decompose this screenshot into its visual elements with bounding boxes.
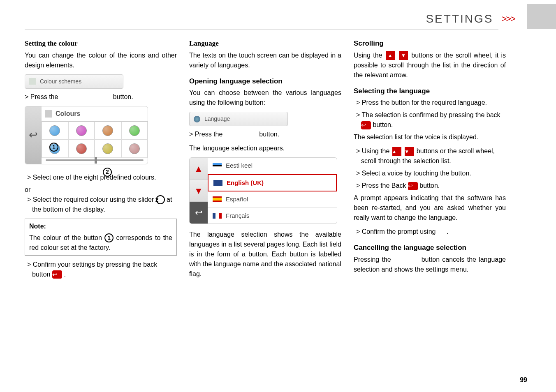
press-colour-schemes: > Press the button. <box>25 92 177 102</box>
text-scroll-intro: Using the ▲ ▼ buttons or the scroll whee… <box>354 51 506 80</box>
side-tab <box>527 4 556 29</box>
language-item-espanol[interactable]: Español <box>208 191 337 208</box>
note-label: Note: <box>29 221 172 231</box>
page-number: 99 <box>520 376 527 384</box>
language-item-eesti[interactable]: Eesti keel <box>208 158 337 174</box>
text-lang-appears: The language selection appears. <box>189 143 341 153</box>
flag-fr-icon <box>213 213 222 219</box>
flag-uk-icon <box>213 180 222 186</box>
colours-panel-title: Colours <box>42 106 148 122</box>
back-button[interactable]: ↩ <box>190 202 208 224</box>
flag-es-icon <box>213 196 222 202</box>
step-press-back: > Press the Back ↩ button. <box>354 181 506 191</box>
colour-swatch[interactable] <box>95 140 121 158</box>
up-arrow-icon: ▲ <box>392 147 401 156</box>
text-lang-list-desc: The language selection shows the availab… <box>189 230 341 279</box>
colours-panel: ↩ Colours <box>25 106 148 164</box>
press-language: > Press the button. <box>189 129 341 139</box>
down-arrow-icon: ▼ <box>405 147 414 156</box>
up-arrow-icon: ▲ <box>386 51 395 60</box>
text-cancel-desc: Pressing the button cancels the language… <box>354 255 506 274</box>
colour-swatch[interactable] <box>68 122 95 140</box>
note-box: Note: The colour of the button 1 corresp… <box>25 219 177 256</box>
down-arrow-icon: ▼ <box>399 51 408 60</box>
text-choose-lang: You can choose between the various langu… <box>189 88 341 108</box>
language-item-francais[interactable]: Français <box>208 208 337 224</box>
slider-thumb[interactable] <box>95 157 97 164</box>
language-list-panel: ▲ ▼ ↩ Eesti keel English (UK) Español Fr… <box>189 157 337 224</box>
text-colour-intro: You can change the colour of the icons a… <box>25 51 177 70</box>
chevron-breadcrumb: >>> <box>501 14 515 24</box>
language-item-english-uk[interactable]: English (UK) <box>208 174 337 192</box>
colour-schemes-label: Colour schemes <box>40 77 81 86</box>
ref-callout-2: 2 <box>156 195 165 204</box>
text-language-intro: The texts on the touch screen can be dis… <box>189 51 341 70</box>
back-icon: ↩ <box>361 121 371 129</box>
colour-swatch[interactable] <box>42 122 68 140</box>
heading-select-language: Selecting the language <box>354 86 506 97</box>
colour-slider[interactable] <box>46 159 144 161</box>
ref-callout-1: 1 <box>104 233 114 242</box>
step-press-lang: > Press the button for the required lang… <box>354 98 506 108</box>
heading-language: Language <box>189 38 341 49</box>
text-restart-prompt: A prompt appears indicating that the sof… <box>354 193 506 223</box>
language-button[interactable]: Language <box>189 112 288 126</box>
step-confirm-back: > Confirm your settings by pressing the … <box>25 260 177 279</box>
heading-cancel-lang: Cancelling the language selection <box>354 242 506 253</box>
globe-icon <box>194 116 200 122</box>
page-header: SETTINGS <box>426 12 493 25</box>
step-confirm-prompt: > Confirm the prompt using . <box>354 227 506 237</box>
text-or: or <box>25 185 177 195</box>
step-scroll-voice: > Using the ▲ ▼ buttons or the scroll wh… <box>354 146 506 166</box>
callout-1: 1 <box>49 143 58 152</box>
note-text: The colour of the button 1 corresponds t… <box>29 233 172 253</box>
flag-ee-icon <box>213 163 222 168</box>
column-scrolling: Scrolling Using the ▲ ▼ buttons or the s… <box>354 38 506 283</box>
step-confirm-back: > The selection is confirmed by pressing… <box>354 110 506 130</box>
scroll-down-button[interactable]: ▼ <box>190 180 208 202</box>
text-voice-list: The selection list for the voice is disp… <box>354 132 506 142</box>
heading-setting-colour: Setting the colour <box>25 38 177 49</box>
step-select-slider: > Select the required colour using the s… <box>25 195 177 214</box>
colour-schemes-button[interactable]: Colour schemes <box>25 74 123 89</box>
palette-icon <box>45 110 52 118</box>
colour-swatch[interactable] <box>121 122 148 140</box>
scroll-up-button[interactable]: ▲ <box>190 158 208 180</box>
colour-swatch[interactable] <box>95 122 121 140</box>
back-icon: ↩ <box>52 270 62 279</box>
back-arrow-icon[interactable]: ↩ <box>25 106 42 164</box>
column-colour: Setting the colour You can change the co… <box>25 38 177 283</box>
callout-2: 2 <box>103 168 112 177</box>
step-select-voice: > Select a voice by touching the button. <box>354 168 506 178</box>
heading-open-lang: Opening language selection <box>189 76 341 87</box>
language-button-label: Language <box>204 115 230 123</box>
column-language: Language The texts on the touch screen c… <box>189 38 341 283</box>
colour-swatch[interactable] <box>68 140 95 158</box>
heading-scrolling: Scrolling <box>354 38 506 49</box>
palette-icon <box>29 78 36 85</box>
colour-swatch[interactable] <box>121 140 148 158</box>
back-icon: ↩ <box>408 182 418 190</box>
